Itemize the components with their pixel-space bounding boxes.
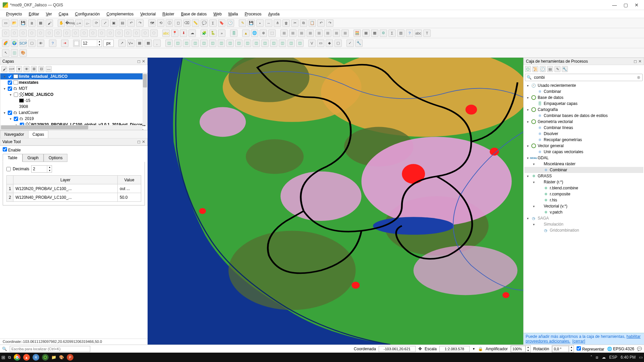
attr-tool-0[interactable]: ▦ — [280, 29, 288, 37]
qgis-taskbar-icon[interactable] — [42, 354, 49, 361]
digitize-tool-6[interactable]: ⬠ — [54, 29, 62, 37]
processing-search[interactable]: 🔍 ⊗ — [525, 74, 643, 81]
options-icon[interactable]: 🔧 — [562, 66, 568, 72]
histogram-icon[interactable]: ▥ — [397, 29, 405, 37]
sum-icon[interactable]: Σ — [388, 29, 396, 37]
digitize-tool-3[interactable]: ⬠ — [28, 29, 36, 37]
layers-tree[interactable]: ▾limite_estadual_JALISCOmexstates▾🗀MDT▾M… — [0, 73, 148, 130]
scp-label-icon[interactable]: SCP — [19, 40, 27, 47]
rstudio-icon[interactable]: R — [33, 354, 39, 361]
layer-visibility-checkbox[interactable] — [14, 93, 18, 97]
valuetool-tab-table[interactable]: Table — [3, 154, 22, 162]
dropbox-icon[interactable]: ⧈ — [596, 355, 598, 360]
digitize-tool-7[interactable]: ⬠ — [63, 29, 70, 37]
scp-value-spinbox[interactable]: ▲▼ — [81, 40, 102, 47]
digitize-tool-11[interactable]: ⬠ — [98, 29, 105, 37]
xyz-icon[interactable]: ☁ — [189, 29, 196, 37]
proj-icon[interactable]: 🌐 — [251, 29, 258, 37]
menu-ver[interactable]: Ver — [43, 11, 55, 17]
panel-undock-icon[interactable]: ◻ — [137, 59, 141, 64]
attr-tool-6[interactable]: ▦ — [333, 29, 340, 37]
history-icon[interactable]: 🕘 — [540, 66, 546, 72]
digitize-tool-17[interactable]: ⬠ — [150, 29, 158, 37]
proc-item-2[interactable]: ▾Base de datos — [524, 95, 643, 101]
menu-configuración[interactable]: Configuración — [72, 11, 102, 17]
datasource-tool-11[interactable]: ◫ — [261, 40, 269, 47]
georef-icon[interactable]: ⬚ — [268, 29, 276, 37]
left-tab-navegador[interactable]: Navegador — [0, 130, 29, 138]
save-edits-icon[interactable]: 💾 — [248, 19, 255, 27]
layer-visibility-checkbox[interactable] — [8, 86, 12, 91]
topo-fix-icon[interactable]: 🔧 — [355, 40, 363, 47]
datasource-tool-4[interactable]: ◫ — [200, 40, 208, 47]
redo-icon[interactable]: ↷ — [326, 19, 333, 27]
layout-manager-icon[interactable]: ▦ — [37, 19, 44, 27]
expand-icon[interactable]: ▾ — [8, 117, 12, 121]
locator-input[interactable] — [10, 346, 90, 352]
proc-item-9[interactable]: ✲Recopilar geometrías — [524, 137, 643, 143]
attr-tool-5[interactable]: ▦ — [324, 29, 331, 37]
layer-row-4[interactable]: -15 — [0, 98, 147, 104]
menu-ráster[interactable]: Ráster — [160, 11, 177, 17]
messages-icon[interactable]: 💬 — [637, 347, 642, 351]
expand-icon[interactable]: ▾ — [2, 111, 6, 115]
layer-style-icon[interactable]: 🖌 — [1, 66, 7, 72]
task-view-icon[interactable]: ⧉ — [8, 355, 11, 360]
valuetool-tab-graph[interactable]: Graph — [22, 154, 44, 162]
digitize-tool-15[interactable]: ⬠ — [133, 29, 140, 37]
collapse-icon[interactable]: ⊟ — [38, 66, 44, 72]
more-icon[interactable]: » — [218, 29, 225, 37]
layer-row-5[interactable]: 3908 — [0, 104, 147, 110]
proc-item-13[interactable]: ▾Miscelánea ráster — [524, 161, 643, 167]
crs-icon[interactable]: ⊕ — [260, 29, 267, 37]
datasource-tool-0[interactable]: ◫ — [165, 40, 173, 47]
datasource-tool-14[interactable]: ◫ — [287, 40, 295, 47]
decimals-spinbox[interactable]: ▲▼ — [31, 165, 52, 173]
panel-close-icon[interactable]: ✕ — [142, 59, 145, 64]
attr-tool-4[interactable]: ▦ — [315, 29, 323, 37]
scp-help-icon[interactable]: ? — [49, 40, 56, 47]
new-shp-icon[interactable]: V — [308, 40, 316, 47]
close-button[interactable]: ✕ — [635, 2, 639, 8]
python-icon[interactable]: 🐍 — [209, 29, 217, 37]
maximize-button[interactable]: ▢ — [624, 2, 628, 8]
processing-icon[interactable]: ⚙ — [380, 29, 387, 37]
render-checkbox[interactable]: Representar — [577, 346, 604, 352]
topo-check-icon[interactable]: ✓ — [346, 40, 354, 47]
extents-icon[interactable]: ✥ — [418, 346, 422, 351]
menu-procesos[interactable]: Procesos — [242, 11, 264, 17]
node-tool-icon[interactable]: ⋔ — [274, 19, 281, 27]
scp-pointer-icon[interactable]: ➜ — [61, 40, 68, 47]
map-canvas[interactable] — [148, 58, 523, 345]
results-icon[interactable]: ▤ — [547, 66, 553, 72]
expand-icon[interactable]: ⊞ — [31, 66, 37, 72]
digitize-tool-4[interactable]: ⬠ — [37, 29, 44, 37]
attr-tool-7[interactable]: ▦ — [341, 29, 349, 37]
proc-item-12[interactable]: ▾GDALGDAL — [524, 155, 643, 161]
onedrive-icon[interactable]: ☁ — [602, 355, 606, 360]
edit-icon[interactable]: ✎ — [554, 66, 560, 72]
crs-button[interactable]: 🌐 EPSG:4326 — [607, 347, 634, 351]
datasource-tool-9[interactable]: ◫ — [244, 40, 251, 47]
mesh-add-icon[interactable]: ▩ — [145, 40, 152, 47]
language-indicator[interactable]: ESP — [609, 355, 617, 360]
proc-item-15[interactable]: ▾✲GRASS — [524, 173, 643, 179]
zoom-layer-icon[interactable]: ▤ — [119, 19, 126, 27]
coord-field[interactable] — [379, 346, 416, 352]
datasource-tool-2[interactable]: ◫ — [183, 40, 190, 47]
pointer-icon[interactable]: ↖ — [2, 49, 9, 57]
tray-chevron-icon[interactable]: ˄ — [590, 355, 592, 360]
decimals-checkbox[interactable] — [6, 167, 11, 171]
brave-icon[interactable]: ▲ — [23, 354, 30, 361]
proc-item-19[interactable]: ✲r.his — [524, 197, 643, 203]
stats-icon[interactable]: Σ — [209, 19, 217, 27]
valuetool-tab-options[interactable]: Options — [44, 154, 67, 162]
panel-undock-icon[interactable]: ◻ — [137, 139, 141, 144]
datasource-tool-13[interactable]: ◫ — [279, 40, 286, 47]
edit-toggle-icon[interactable]: ✎ — [239, 19, 246, 27]
attr-tool-2[interactable]: ▦ — [298, 29, 305, 37]
proc-item-21[interactable]: ✲v.patch — [524, 209, 643, 215]
maptips-icon[interactable]: 💬 — [201, 19, 208, 27]
digitize-tool-0[interactable]: ⬠ — [2, 29, 9, 37]
proc-item-3[interactable]: 🗄Empaquetar capas — [524, 101, 643, 107]
